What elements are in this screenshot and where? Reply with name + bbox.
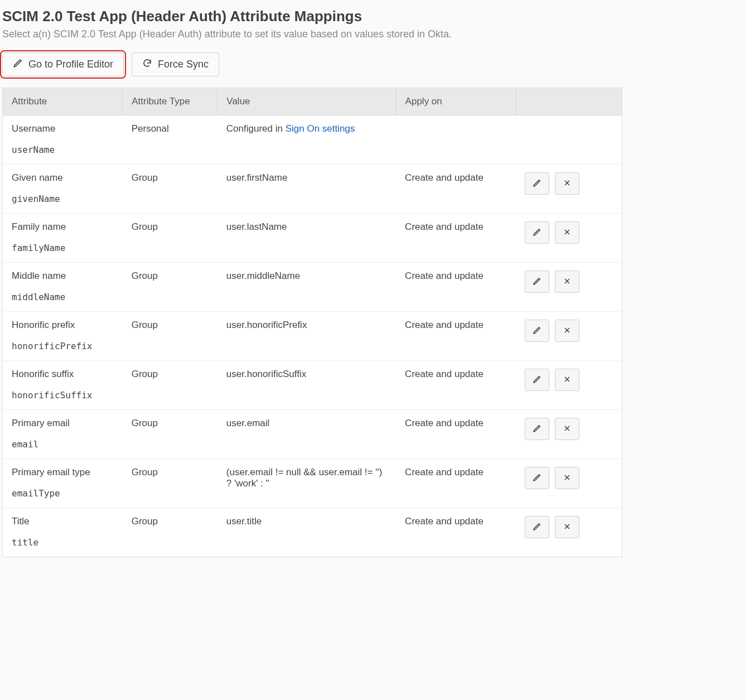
value-text: user.firstName <box>226 172 288 183</box>
attribute-variable-name: email <box>12 439 114 450</box>
table-row: Honorific prefixhonorificPrefixGroupuser… <box>3 312 622 361</box>
attribute-display-name: Primary email type <box>12 467 114 478</box>
table-row: TitletitleGroupuser.titleCreate and upda… <box>3 508 622 557</box>
sync-icon <box>142 58 152 71</box>
table-row: Primary email typeemailTypeGroup(user.em… <box>3 459 622 508</box>
attribute-value: user.middleName <box>217 263 396 312</box>
remove-button[interactable] <box>555 320 579 342</box>
attribute-type: Group <box>123 214 217 263</box>
pencil-icon <box>533 277 541 287</box>
sign-on-settings-link[interactable]: Sign On settings <box>286 123 355 134</box>
close-icon <box>563 228 572 238</box>
attribute-variable-name: userName <box>12 144 114 155</box>
actions-cell <box>516 165 622 214</box>
actions-cell <box>516 263 622 312</box>
edit-button[interactable] <box>525 418 549 440</box>
close-icon <box>563 178 572 189</box>
page-subtitle: Select a(n) SCIM 2.0 Test App (Header Au… <box>2 28 622 40</box>
pencil-icon <box>533 326 541 336</box>
attribute-variable-name: honorificPrefix <box>12 341 114 351</box>
apply-on: Create and update <box>396 410 516 459</box>
actions-cell <box>516 361 622 410</box>
attribute-display-name: Honorific suffix <box>12 369 114 380</box>
actions-cell <box>516 312 622 361</box>
pencil-icon <box>533 228 541 238</box>
table-row: Middle namemiddleNameGroupuser.middleNam… <box>3 263 622 312</box>
table-row: Honorific suffixhonorificSuffixGroupuser… <box>3 361 622 410</box>
attribute-value: user.lastName <box>217 214 396 263</box>
apply-on: Create and update <box>396 214 516 263</box>
close-icon <box>563 424 572 435</box>
attribute-value: user.honorificSuffix <box>217 361 396 410</box>
attribute-mappings-table: Attribute Attribute Type Value Apply on … <box>2 88 622 557</box>
attribute-type: Group <box>123 508 217 557</box>
attribute-type: Group <box>123 361 217 410</box>
attribute-value: Configured in Sign On settings <box>217 115 396 165</box>
remove-button[interactable] <box>555 516 579 538</box>
actions-cell <box>516 508 622 557</box>
go-to-profile-editor-label: Go to Profile Editor <box>28 59 113 70</box>
table-row: Given namegivenNameGroupuser.firstNameCr… <box>3 165 622 214</box>
edit-button[interactable] <box>525 467 549 489</box>
edit-button[interactable] <box>525 271 549 293</box>
attribute-value: user.title <box>217 508 396 557</box>
close-icon <box>563 326 572 336</box>
attribute-value: (user.email != null && user.email != '')… <box>217 459 396 508</box>
close-icon <box>563 522 572 533</box>
attribute-type: Group <box>123 312 217 361</box>
edit-button[interactable] <box>525 221 549 244</box>
table-row: Family namefamilyNameGroupuser.lastNameC… <box>3 214 622 263</box>
attribute-variable-name: emailType <box>12 488 114 499</box>
pencil-icon <box>533 522 541 533</box>
force-sync-button[interactable]: Force Sync <box>132 52 219 76</box>
apply-on: Create and update <box>396 165 516 214</box>
toolbar: Go to Profile Editor Force Sync <box>2 52 622 76</box>
close-icon <box>563 375 572 385</box>
edit-button[interactable] <box>525 172 549 195</box>
attribute-variable-name: title <box>12 537 114 548</box>
actions-cell <box>516 459 622 508</box>
value-text: user.lastName <box>226 221 287 232</box>
edit-button[interactable] <box>525 320 549 342</box>
attribute-variable-name: middleName <box>12 292 114 302</box>
edit-button[interactable] <box>525 516 549 538</box>
remove-button[interactable] <box>555 418 579 440</box>
apply-on: Create and update <box>396 361 516 410</box>
attribute-display-name: Title <box>12 516 114 527</box>
attribute-display-name: Honorific prefix <box>12 320 114 331</box>
remove-button[interactable] <box>555 172 579 195</box>
page-title: SCIM 2.0 Test App (Header Auth) Attribut… <box>2 8 622 25</box>
attribute-type: Group <box>123 165 217 214</box>
remove-button[interactable] <box>555 369 579 391</box>
value-text: user.middleName <box>226 271 300 281</box>
value-text: user.title <box>226 516 262 527</box>
column-header-attribute: Attribute <box>3 88 123 115</box>
pencil-icon <box>13 58 23 71</box>
go-to-profile-editor-button[interactable]: Go to Profile Editor <box>2 52 124 76</box>
table-row: UsernameuserNamePersonalConfigured in Si… <box>3 115 622 165</box>
column-header-attribute-type: Attribute Type <box>123 88 217 115</box>
remove-button[interactable] <box>555 467 579 489</box>
pencil-icon <box>533 178 541 189</box>
value-prefix: Configured in <box>226 123 286 134</box>
attribute-display-name: Given name <box>12 172 114 184</box>
remove-button[interactable] <box>555 271 579 293</box>
attribute-display-name: Username <box>12 123 114 134</box>
remove-button[interactable] <box>555 221 579 244</box>
attribute-display-name: Primary email <box>12 418 114 429</box>
value-text: user.email <box>226 418 269 428</box>
edit-button[interactable] <box>525 369 549 391</box>
apply-on: Create and update <box>396 312 516 361</box>
force-sync-label: Force Sync <box>158 59 209 70</box>
attribute-variable-name: honorificSuffix <box>12 390 114 400</box>
attribute-value: user.email <box>217 410 396 459</box>
pencil-icon <box>533 424 541 435</box>
attribute-type: Personal <box>123 115 217 165</box>
apply-on: Create and update <box>396 263 516 312</box>
actions-cell <box>516 214 622 263</box>
attribute-type: Group <box>123 459 217 508</box>
attribute-variable-name: familyName <box>12 243 114 253</box>
attribute-type: Group <box>123 410 217 459</box>
apply-on <box>396 115 516 165</box>
attribute-value: user.firstName <box>217 165 396 214</box>
